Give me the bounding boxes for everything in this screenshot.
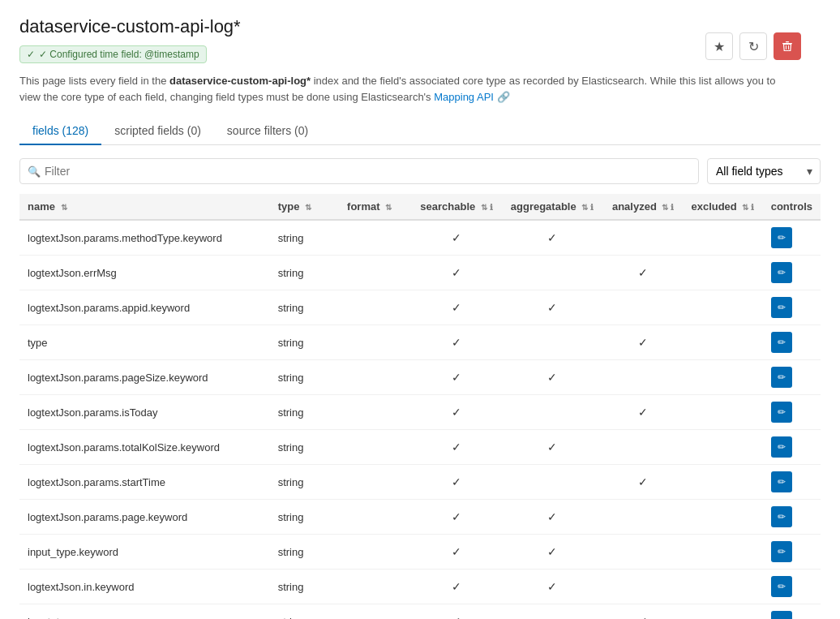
format-sort-icon[interactable]: ⇅ <box>385 203 392 212</box>
cell-name: logtextJson.params.page.keyword <box>19 500 270 535</box>
check-mark: ✓ <box>452 301 461 314</box>
field-type-select[interactable]: All field types string number date boole… <box>707 158 821 184</box>
cell-aggregatable: ✓ <box>501 430 603 465</box>
cell-format <box>339 360 412 395</box>
analyzed-sort-icon[interactable]: ⇅ <box>662 203 668 212</box>
table-row: logtextJson.params.appid.keyword string … <box>19 290 821 325</box>
cell-controls: ✏ <box>763 290 821 325</box>
excluded-info-icon[interactable]: ℹ <box>751 203 754 212</box>
cell-analyzed <box>603 570 683 604</box>
table-row: logtextJson.params.methodType.keyword st… <box>19 220 821 256</box>
edit-button[interactable]: ✏ <box>771 541 792 562</box>
searchable-sort-icon[interactable]: ⇅ <box>481 203 487 212</box>
tab-source-filters[interactable]: source filters (0) <box>214 118 321 145</box>
edit-button[interactable]: ✏ <box>771 506 792 527</box>
description: This page lists every field in the datas… <box>19 73 798 105</box>
cell-controls: ✏ <box>763 430 821 465</box>
analyzed-info-icon[interactable]: ℹ <box>671 203 674 212</box>
cell-searchable: ✓ <box>412 395 501 430</box>
check-mark: ✓ <box>638 336 648 349</box>
cell-format <box>339 325 412 360</box>
cell-name: logtextJson.params.methodType.keyword <box>19 220 270 256</box>
check-icon: ✓ <box>27 49 35 60</box>
cell-type: string <box>270 360 339 395</box>
cell-name: input_type <box>19 604 270 620</box>
delete-button[interactable] <box>774 32 801 60</box>
cell-name: input_type.keyword <box>19 535 270 570</box>
tab-scripted-fields[interactable]: scripted fields (0) <box>101 118 214 145</box>
cell-format <box>339 220 412 256</box>
cell-name: logtextJson.params.pageSize.keyword <box>19 360 270 395</box>
cell-name: logtextJson.params.startTime <box>19 465 270 500</box>
aggregatable-sort-icon[interactable]: ⇅ <box>581 203 588 212</box>
refresh-button[interactable]: ↻ <box>739 32 767 60</box>
check-mark: ✓ <box>547 441 557 454</box>
col-header-excluded: excluded ⇅ℹ <box>683 194 763 220</box>
cell-format <box>339 570 412 604</box>
searchable-info-icon[interactable]: ℹ <box>490 203 493 212</box>
cell-type: string <box>270 430 339 465</box>
cell-type: string <box>270 535 339 570</box>
type-sort-icon[interactable]: ⇅ <box>305 203 311 212</box>
filter-input-wrap: 🔍 <box>19 158 699 184</box>
check-mark: ✓ <box>547 371 557 384</box>
cell-excluded <box>683 604 763 620</box>
tab-fields[interactable]: fields (128) <box>19 118 101 145</box>
cell-aggregatable <box>501 325 603 360</box>
cell-name: logtextJson.in.keyword <box>19 570 270 604</box>
cell-name: logtextJson.errMsg <box>19 256 270 290</box>
table-row: logtextJson.params.startTime string ✓ ✓ … <box>19 465 821 500</box>
name-sort-icon[interactable]: ⇅ <box>61 203 67 212</box>
check-mark: ✓ <box>638 475 648 488</box>
check-mark: ✓ <box>452 580 461 593</box>
check-mark: ✓ <box>638 406 648 419</box>
cell-excluded <box>683 325 763 360</box>
cell-type: string <box>270 395 339 430</box>
svg-rect-1 <box>786 41 789 42</box>
excluded-sort-icon[interactable]: ⇅ <box>742 203 748 212</box>
edit-button[interactable]: ✏ <box>771 262 792 283</box>
cell-analyzed: ✓ <box>603 256 683 290</box>
cell-searchable: ✓ <box>412 465 501 500</box>
cell-searchable: ✓ <box>412 220 501 256</box>
star-button[interactable]: ★ <box>705 32 733 60</box>
check-mark: ✓ <box>452 336 461 349</box>
edit-button[interactable]: ✏ <box>771 436 792 458</box>
edit-button[interactable]: ✏ <box>771 297 792 318</box>
cell-name: type <box>19 325 270 360</box>
cell-analyzed <box>603 290 683 325</box>
cell-analyzed <box>603 430 683 465</box>
cell-aggregatable: ✓ <box>501 290 603 325</box>
cell-format <box>339 535 412 570</box>
edit-button[interactable]: ✏ <box>771 227 792 248</box>
cell-excluded <box>683 360 763 395</box>
edit-button[interactable]: ✏ <box>771 576 792 597</box>
edit-button[interactable]: ✏ <box>771 611 792 619</box>
search-icon: 🔍 <box>28 165 41 178</box>
edit-button[interactable]: ✏ <box>771 332 792 353</box>
check-mark: ✓ <box>452 371 461 384</box>
cell-controls: ✏ <box>763 395 821 430</box>
cell-type: string <box>270 325 339 360</box>
check-mark: ✓ <box>547 231 557 244</box>
table-row: logtextJson.params.isToday string ✓ ✓ ✏ <box>19 395 821 430</box>
toolbar: 🔍 All field types string number date boo… <box>19 158 821 184</box>
table-row: logtextJson.errMsg string ✓ ✓ ✏ <box>19 256 821 290</box>
cell-excluded <box>683 220 763 256</box>
check-mark: ✓ <box>452 545 461 558</box>
filter-input[interactable] <box>19 158 699 184</box>
edit-button[interactable]: ✏ <box>771 471 792 492</box>
check-mark: ✓ <box>452 510 461 523</box>
aggregatable-info-icon[interactable]: ℹ <box>590 203 594 212</box>
table-row: logtextJson.params.page.keyword string ✓… <box>19 500 821 535</box>
cell-searchable: ✓ <box>412 535 501 570</box>
cell-format <box>339 604 412 620</box>
table-header: name ⇅ type ⇅ format ⇅ searchable ⇅ℹ agg… <box>19 194 821 220</box>
edit-button[interactable]: ✏ <box>771 402 792 423</box>
cell-excluded <box>683 465 763 500</box>
cell-searchable: ✓ <box>412 360 501 395</box>
mapping-api-link[interactable]: Mapping API <box>434 91 494 103</box>
check-mark: ✓ <box>638 615 648 619</box>
edit-button[interactable]: ✏ <box>771 367 792 388</box>
cell-format <box>339 430 412 465</box>
